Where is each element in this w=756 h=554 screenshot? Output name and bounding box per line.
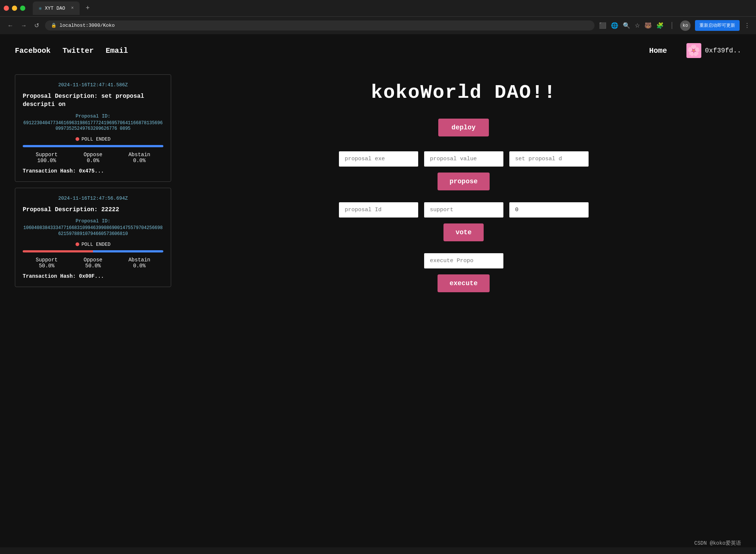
proposal-1-vote-stats: Support 100.0% Oppose 0.0% Abstain 0.0% <box>23 152 163 164</box>
deploy-button[interactable]: deploy <box>438 119 489 136</box>
avatar-icon: 🌸 <box>687 44 700 57</box>
footer-text: CSDN @koko爱英语 <box>694 540 741 547</box>
proposal-1-poll-status: POLL ENDED <box>23 136 163 142</box>
execute-input-row <box>337 253 590 268</box>
vote-button[interactable]: vote <box>443 223 483 241</box>
proposal-id-input[interactable] <box>339 202 418 218</box>
close-button[interactable] <box>4 6 9 11</box>
dao-panel: kokoWorld DAO!! deploy propose vote exec… <box>186 74 741 304</box>
poll-dot-2 <box>76 242 79 246</box>
set-proposal-input[interactable] <box>509 151 589 167</box>
execute-button[interactable]: execute <box>438 274 490 292</box>
support-label-2: Support <box>36 257 58 263</box>
update-button[interactable]: 重新启动即可更新 <box>695 20 740 31</box>
vote-stat-abstain-1: Abstain 0.0% <box>128 152 150 164</box>
abstain-label-1: Abstain <box>128 152 150 158</box>
dao-title: kokoWorld DAO!! <box>371 82 556 104</box>
proposal-exe-input[interactable] <box>339 151 418 167</box>
forward-button[interactable]: → <box>19 21 28 30</box>
proposal-2-id-value: 1060408384333477166831099463990869001475… <box>23 225 163 237</box>
support-value-2: 50.0% <box>36 263 58 269</box>
wallet-address: 0xf39fd.. <box>705 47 741 54</box>
poll-status-label-1: POLL ENDED <box>81 136 110 142</box>
profile-avatar[interactable]: ko <box>680 20 691 31</box>
abstain-value-1: 0.0% <box>128 158 150 164</box>
oppose-value-1: 0.0% <box>84 158 102 164</box>
vote-input-row <box>337 202 590 218</box>
bookmark-icon[interactable]: ☆ <box>635 22 640 29</box>
url-text: localhost:3000/Koko <box>60 23 115 28</box>
abstain-value-2: 0.0% <box>128 263 150 269</box>
address-input[interactable]: 🔒 localhost:3000/Koko <box>45 20 595 30</box>
poll-status-label-2: POLL ENDED <box>81 242 110 247</box>
proposal-1-id-label: Proposal ID: <box>23 113 163 119</box>
proposal-2-poll-status: POLL ENDED <box>23 242 163 247</box>
support-label-1: Support <box>36 152 58 158</box>
wallet-info: 🌸 0xf39fd.. <box>686 43 741 58</box>
main-layout: 2024-11-16T12:47:41.586Z Proposal Descri… <box>0 67 756 312</box>
search-icon[interactable]: 🔍 <box>623 22 630 29</box>
nav-facebook[interactable]: Facebook <box>15 46 51 55</box>
nav-email[interactable]: Email <box>106 46 128 55</box>
address-bar: ← → ↺ 🔒 localhost:3000/Koko ⬛ 🌐 🔍 ☆ 🐻 🧩 … <box>0 16 756 34</box>
propose-input-row <box>337 151 590 167</box>
cast-icon[interactable]: ⬛ <box>599 22 606 29</box>
reload-button[interactable]: ↺ <box>33 20 41 30</box>
poll-dot-1 <box>76 137 79 141</box>
execute-proposal-input[interactable] <box>424 253 503 268</box>
tab-icon: ⚛ <box>39 5 42 12</box>
abstain-label-2: Abstain <box>128 257 150 263</box>
tab-title: XYT DAO <box>45 6 65 11</box>
proposal-1-timestamp: 2024-11-16T12:47:41.586Z <box>23 82 163 88</box>
lock-icon: 🔒 <box>51 23 57 28</box>
proposal-2-id-label: Proposal ID: <box>23 218 163 224</box>
proposal-2-vote-stats: Support 50.0% Oppose 50.0% Abstain 0.0% <box>23 257 163 269</box>
proposal-2-description: Proposal Description: 22222 <box>23 206 163 214</box>
window-controls <box>4 6 25 11</box>
vote-stat-abstain-2: Abstain 0.0% <box>128 257 150 269</box>
nav-home[interactable]: Home <box>649 46 667 55</box>
vote-stat-oppose-1: Oppose 0.0% <box>84 152 102 164</box>
nav-twitter[interactable]: Twitter <box>63 46 94 55</box>
vote-stat-support-2: Support 50.0% <box>36 257 58 269</box>
proposal-1-description: Proposal Description: set proposal descr… <box>23 92 163 109</box>
browser-chrome: ⚛ XYT DAO × + ← → ↺ 🔒 localhost:3000/Kok… <box>0 0 756 34</box>
tab-bar: ⚛ XYT DAO × + <box>0 0 756 16</box>
proposal-1-id-value: 6912230404773461696319861777241969570641… <box>23 120 163 132</box>
proposal-card-1: 2024-11-16T12:47:41.586Z Proposal Descri… <box>15 74 171 182</box>
proposal-card-2: 2024-11-16T12:47:56.694Z Proposal Descri… <box>15 188 171 287</box>
proposal-1-tx-hash: Transaction Hash: 0x475... <box>23 168 163 174</box>
proposal-2-timestamp: 2024-11-16T12:47:56.694Z <box>23 196 163 201</box>
progress-support-2 <box>93 250 163 252</box>
support-value-1: 100.0% <box>36 158 58 164</box>
active-tab[interactable]: ⚛ XYT DAO × <box>33 1 80 15</box>
translate-icon[interactable]: 🌐 <box>611 22 618 29</box>
propose-button[interactable]: propose <box>438 173 490 190</box>
vote-number-input[interactable] <box>509 202 589 218</box>
support-input[interactable] <box>424 202 503 218</box>
app-container: Facebook Twitter Email Home 🌸 0xf39fd.. … <box>0 34 756 547</box>
bear-icon[interactable]: 🐻 <box>644 22 652 29</box>
oppose-label-1: Oppose <box>84 152 102 158</box>
oppose-value-2: 50.0% <box>84 263 102 269</box>
vote-stat-support-1: Support 100.0% <box>36 152 58 164</box>
proposal-2-tx-hash: Transaction Hash: 0x00F... <box>23 273 163 279</box>
tab-close-button[interactable]: × <box>71 6 74 11</box>
progress-oppose-2 <box>23 250 93 252</box>
maximize-button[interactable] <box>20 6 25 11</box>
menu-icon[interactable]: ⋮ <box>744 22 750 29</box>
proposal-value-input[interactable] <box>424 151 503 167</box>
new-tab-button[interactable]: + <box>83 4 93 12</box>
nav-bar: Facebook Twitter Email Home 🌸 0xf39fd.. <box>0 34 756 67</box>
extensions-icon[interactable]: 🧩 <box>656 22 664 29</box>
proposal-2-progress-bar <box>23 250 163 252</box>
oppose-label-2: Oppose <box>84 257 102 263</box>
back-button[interactable]: ← <box>6 21 15 30</box>
minimize-button[interactable] <box>12 6 17 11</box>
wallet-avatar: 🌸 <box>686 43 701 58</box>
proposal-1-progress-bar <box>23 145 163 147</box>
browser-actions: ⬛ 🌐 🔍 ☆ 🐻 🧩 | ko 重新启动即可更新 ⋮ <box>599 20 750 31</box>
progress-support-1 <box>23 145 163 147</box>
vote-stat-oppose-2: Oppose 50.0% <box>84 257 102 269</box>
proposals-panel: 2024-11-16T12:47:41.586Z Proposal Descri… <box>15 74 171 304</box>
